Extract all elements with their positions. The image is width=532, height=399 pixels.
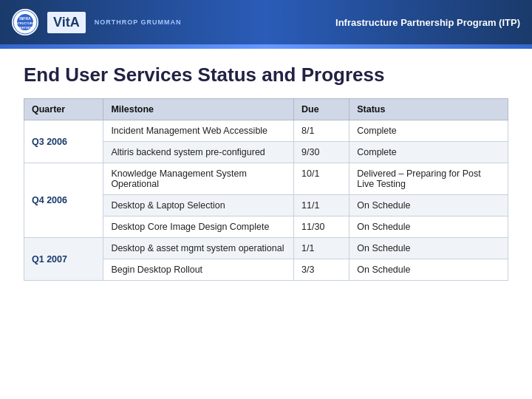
header-title: Infrastructure Partnership Program (ITP) [335, 17, 520, 28]
milestone-cell: Desktop & asset mgmt system operational [103, 238, 294, 259]
status-cell: On Schedule [349, 259, 508, 281]
svg-text:PARTNER: PARTNER [18, 26, 32, 30]
col-header-due: Due [294, 99, 349, 120]
milestone-cell: Begin Desktop Rollout [103, 259, 294, 281]
due-cell: 11/1 [294, 195, 349, 216]
header-logos: INFRA STRUCTURE PARTNER VitA NORTHROP GR… [12, 9, 182, 35]
quarter-cell: Q4 2006 [24, 163, 103, 238]
quarter-cell: Q1 2007 [24, 238, 103, 281]
due-cell: 10/1 [294, 163, 349, 195]
status-cell: Complete [349, 120, 508, 142]
due-cell: 9/30 [294, 142, 349, 163]
table-header-row: Quarter Milestone Due Status [24, 99, 508, 120]
header: INFRA STRUCTURE PARTNER VitA NORTHROP GR… [0, 0, 532, 44]
table-row: Q4 2006Knowledge Management System Opera… [24, 163, 508, 195]
infra-logo: INFRA STRUCTURE PARTNER [12, 9, 38, 35]
status-cell: Complete [349, 142, 508, 163]
table-area: Quarter Milestone Due Status Q3 2006Inci… [0, 98, 532, 293]
due-cell: 8/1 [294, 120, 349, 142]
col-header-status: Status [349, 99, 508, 120]
milestone-cell: Incident Management Web Accessible [103, 120, 294, 142]
svg-text:INFRA: INFRA [19, 16, 31, 21]
svg-text:STRUCTURE: STRUCTURE [16, 21, 35, 25]
status-cell: On Schedule [349, 238, 508, 259]
vita-logo: VitA [47, 12, 86, 33]
col-header-quarter: Quarter [24, 99, 103, 120]
table-row: Q3 2006Incident Management Web Accessibl… [24, 120, 508, 142]
col-header-milestone: Milestone [103, 99, 294, 120]
page-title: End User Services Status and Progress [24, 64, 508, 86]
due-cell: 1/1 [294, 238, 349, 259]
milestone-cell: Desktop Core Image Design Complete [103, 216, 294, 238]
milestone-cell: Desktop & Laptop Selection [103, 195, 294, 216]
quarter-cell: Q3 2006 [24, 120, 103, 163]
due-cell: 11/30 [294, 216, 349, 238]
status-cell: On Schedule [349, 195, 508, 216]
due-cell: 3/3 [294, 259, 349, 281]
status-table: Quarter Milestone Due Status Q3 2006Inci… [24, 98, 508, 281]
status-cell: On Schedule [349, 216, 508, 238]
milestone-cell: Knowledge Management System Operational [103, 163, 294, 195]
table-row: Q1 2007Desktop & asset mgmt system opera… [24, 238, 508, 259]
northrop-logo: NORTHROP GRUMMAN [95, 18, 182, 26]
status-cell: Delivered – Preparing for Post Live Test… [349, 163, 508, 195]
milestone-cell: Altiris backend system pre-configured [103, 142, 294, 163]
page-title-area: End User Services Status and Progress [0, 49, 532, 98]
